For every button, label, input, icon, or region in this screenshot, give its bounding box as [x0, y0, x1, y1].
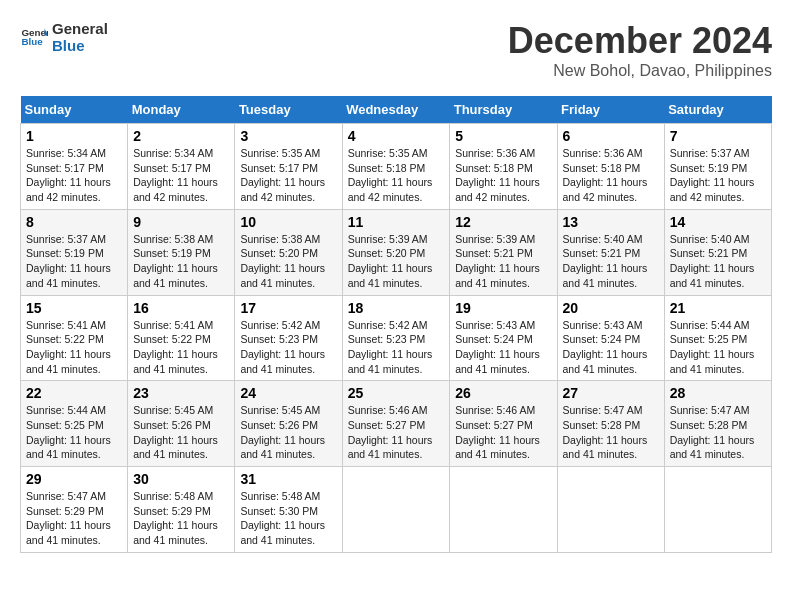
day-info: Sunrise: 5:42 AM Sunset: 5:23 PM Dayligh… [240, 318, 336, 377]
calendar-cell: 22Sunrise: 5:44 AM Sunset: 5:25 PM Dayli… [21, 381, 128, 467]
calendar-header-row: SundayMondayTuesdayWednesdayThursdayFrid… [21, 96, 772, 124]
day-number: 13 [563, 214, 659, 230]
day-info: Sunrise: 5:37 AM Sunset: 5:19 PM Dayligh… [670, 146, 766, 205]
day-info: Sunrise: 5:35 AM Sunset: 5:18 PM Dayligh… [348, 146, 445, 205]
day-info: Sunrise: 5:45 AM Sunset: 5:26 PM Dayligh… [133, 403, 229, 462]
day-number: 15 [26, 300, 122, 316]
calendar-cell: 12Sunrise: 5:39 AM Sunset: 5:21 PM Dayli… [450, 209, 557, 295]
calendar-cell: 30Sunrise: 5:48 AM Sunset: 5:29 PM Dayli… [128, 467, 235, 553]
calendar-cell: 29Sunrise: 5:47 AM Sunset: 5:29 PM Dayli… [21, 467, 128, 553]
calendar-cell [450, 467, 557, 553]
page-title: December 2024 [508, 20, 772, 62]
day-number: 22 [26, 385, 122, 401]
day-number: 9 [133, 214, 229, 230]
calendar-week-1: 1Sunrise: 5:34 AM Sunset: 5:17 PM Daylig… [21, 124, 772, 210]
calendar-cell: 3Sunrise: 5:35 AM Sunset: 5:17 PM Daylig… [235, 124, 342, 210]
day-info: Sunrise: 5:36 AM Sunset: 5:18 PM Dayligh… [455, 146, 551, 205]
day-number: 29 [26, 471, 122, 487]
day-info: Sunrise: 5:45 AM Sunset: 5:26 PM Dayligh… [240, 403, 336, 462]
day-number: 18 [348, 300, 445, 316]
day-number: 14 [670, 214, 766, 230]
calendar-cell: 31Sunrise: 5:48 AM Sunset: 5:30 PM Dayli… [235, 467, 342, 553]
day-info: Sunrise: 5:47 AM Sunset: 5:28 PM Dayligh… [670, 403, 766, 462]
calendar-cell: 13Sunrise: 5:40 AM Sunset: 5:21 PM Dayli… [557, 209, 664, 295]
day-number: 5 [455, 128, 551, 144]
day-number: 30 [133, 471, 229, 487]
day-number: 23 [133, 385, 229, 401]
calendar-cell: 18Sunrise: 5:42 AM Sunset: 5:23 PM Dayli… [342, 295, 450, 381]
calendar-cell: 27Sunrise: 5:47 AM Sunset: 5:28 PM Dayli… [557, 381, 664, 467]
calendar-cell: 28Sunrise: 5:47 AM Sunset: 5:28 PM Dayli… [664, 381, 771, 467]
calendar-cell: 4Sunrise: 5:35 AM Sunset: 5:18 PM Daylig… [342, 124, 450, 210]
header: General Blue General Blue December 2024 … [20, 20, 772, 80]
calendar-cell: 16Sunrise: 5:41 AM Sunset: 5:22 PM Dayli… [128, 295, 235, 381]
day-info: Sunrise: 5:48 AM Sunset: 5:30 PM Dayligh… [240, 489, 336, 548]
day-info: Sunrise: 5:38 AM Sunset: 5:20 PM Dayligh… [240, 232, 336, 291]
calendar-cell: 2Sunrise: 5:34 AM Sunset: 5:17 PM Daylig… [128, 124, 235, 210]
day-info: Sunrise: 5:44 AM Sunset: 5:25 PM Dayligh… [670, 318, 766, 377]
page-subtitle: New Bohol, Davao, Philippines [508, 62, 772, 80]
calendar-cell: 17Sunrise: 5:42 AM Sunset: 5:23 PM Dayli… [235, 295, 342, 381]
calendar-cell: 11Sunrise: 5:39 AM Sunset: 5:20 PM Dayli… [342, 209, 450, 295]
calendar-cell [342, 467, 450, 553]
day-info: Sunrise: 5:41 AM Sunset: 5:22 PM Dayligh… [26, 318, 122, 377]
day-info: Sunrise: 5:43 AM Sunset: 5:24 PM Dayligh… [563, 318, 659, 377]
day-number: 8 [26, 214, 122, 230]
day-number: 24 [240, 385, 336, 401]
day-info: Sunrise: 5:44 AM Sunset: 5:25 PM Dayligh… [26, 403, 122, 462]
day-info: Sunrise: 5:41 AM Sunset: 5:22 PM Dayligh… [133, 318, 229, 377]
weekday-header-saturday: Saturday [664, 96, 771, 124]
weekday-header-monday: Monday [128, 96, 235, 124]
day-info: Sunrise: 5:40 AM Sunset: 5:21 PM Dayligh… [670, 232, 766, 291]
day-number: 2 [133, 128, 229, 144]
day-info: Sunrise: 5:37 AM Sunset: 5:19 PM Dayligh… [26, 232, 122, 291]
day-number: 27 [563, 385, 659, 401]
day-info: Sunrise: 5:47 AM Sunset: 5:28 PM Dayligh… [563, 403, 659, 462]
calendar-cell: 1Sunrise: 5:34 AM Sunset: 5:17 PM Daylig… [21, 124, 128, 210]
day-info: Sunrise: 5:48 AM Sunset: 5:29 PM Dayligh… [133, 489, 229, 548]
day-info: Sunrise: 5:46 AM Sunset: 5:27 PM Dayligh… [455, 403, 551, 462]
day-info: Sunrise: 5:43 AM Sunset: 5:24 PM Dayligh… [455, 318, 551, 377]
day-info: Sunrise: 5:42 AM Sunset: 5:23 PM Dayligh… [348, 318, 445, 377]
day-info: Sunrise: 5:47 AM Sunset: 5:29 PM Dayligh… [26, 489, 122, 548]
calendar-cell: 26Sunrise: 5:46 AM Sunset: 5:27 PM Dayli… [450, 381, 557, 467]
calendar-week-2: 8Sunrise: 5:37 AM Sunset: 5:19 PM Daylig… [21, 209, 772, 295]
calendar-week-3: 15Sunrise: 5:41 AM Sunset: 5:22 PM Dayli… [21, 295, 772, 381]
weekday-header-tuesday: Tuesday [235, 96, 342, 124]
day-number: 4 [348, 128, 445, 144]
day-number: 28 [670, 385, 766, 401]
weekday-header-sunday: Sunday [21, 96, 128, 124]
logo-general: General [52, 20, 108, 37]
title-section: December 2024 New Bohol, Davao, Philippi… [508, 20, 772, 80]
day-number: 21 [670, 300, 766, 316]
weekday-header-thursday: Thursday [450, 96, 557, 124]
day-info: Sunrise: 5:34 AM Sunset: 5:17 PM Dayligh… [133, 146, 229, 205]
day-info: Sunrise: 5:35 AM Sunset: 5:17 PM Dayligh… [240, 146, 336, 205]
calendar-cell: 14Sunrise: 5:40 AM Sunset: 5:21 PM Dayli… [664, 209, 771, 295]
calendar-cell: 25Sunrise: 5:46 AM Sunset: 5:27 PM Dayli… [342, 381, 450, 467]
calendar-cell: 7Sunrise: 5:37 AM Sunset: 5:19 PM Daylig… [664, 124, 771, 210]
day-number: 19 [455, 300, 551, 316]
calendar-cell: 15Sunrise: 5:41 AM Sunset: 5:22 PM Dayli… [21, 295, 128, 381]
logo: General Blue General Blue [20, 20, 108, 54]
day-info: Sunrise: 5:34 AM Sunset: 5:17 PM Dayligh… [26, 146, 122, 205]
calendar-week-4: 22Sunrise: 5:44 AM Sunset: 5:25 PM Dayli… [21, 381, 772, 467]
calendar-cell: 21Sunrise: 5:44 AM Sunset: 5:25 PM Dayli… [664, 295, 771, 381]
calendar-cell: 10Sunrise: 5:38 AM Sunset: 5:20 PM Dayli… [235, 209, 342, 295]
logo-icon: General Blue [20, 23, 48, 51]
day-info: Sunrise: 5:36 AM Sunset: 5:18 PM Dayligh… [563, 146, 659, 205]
day-number: 25 [348, 385, 445, 401]
calendar-cell: 19Sunrise: 5:43 AM Sunset: 5:24 PM Dayli… [450, 295, 557, 381]
day-number: 16 [133, 300, 229, 316]
day-number: 26 [455, 385, 551, 401]
day-number: 11 [348, 214, 445, 230]
day-info: Sunrise: 5:38 AM Sunset: 5:19 PM Dayligh… [133, 232, 229, 291]
weekday-header-friday: Friday [557, 96, 664, 124]
calendar-week-5: 29Sunrise: 5:47 AM Sunset: 5:29 PM Dayli… [21, 467, 772, 553]
weekday-header-wednesday: Wednesday [342, 96, 450, 124]
calendar-cell: 24Sunrise: 5:45 AM Sunset: 5:26 PM Dayli… [235, 381, 342, 467]
logo-blue: Blue [52, 37, 108, 54]
day-number: 6 [563, 128, 659, 144]
svg-text:Blue: Blue [21, 36, 43, 47]
calendar-body: 1Sunrise: 5:34 AM Sunset: 5:17 PM Daylig… [21, 124, 772, 553]
